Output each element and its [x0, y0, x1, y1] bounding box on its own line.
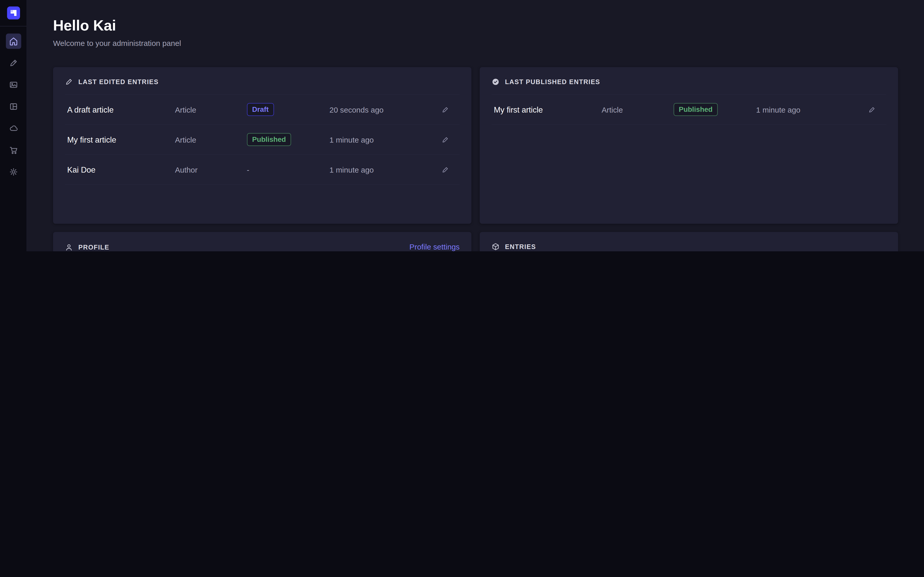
content-manager-icon — [8, 58, 18, 68]
entries-title: ENTRIES — [505, 243, 536, 250]
entry-time: 1 minute ago — [330, 165, 437, 174]
edit-pencil-icon — [442, 166, 449, 173]
entry-time: 1 minute ago — [330, 135, 437, 144]
last-published-header: LAST PUBLISHED ENTRIES — [491, 78, 886, 86]
sidebar-item-media-library[interactable] — [6, 77, 21, 93]
sidebar-item-content-manager[interactable] — [6, 55, 21, 71]
sidebar-item-cloud[interactable] — [6, 121, 21, 136]
last-edited-header: LAST EDITED ENTRIES — [65, 78, 460, 86]
entry-row[interactable]: A draft article Article Draft 20 seconds… — [65, 95, 460, 125]
home-icon — [8, 36, 18, 46]
status-badge: Published — [674, 103, 718, 116]
strapi-logo-icon — [10, 10, 17, 17]
last-edited-entries-card: LAST EDITED ENTRIES A draft article Arti… — [53, 67, 472, 224]
edit-entry-button[interactable] — [864, 101, 880, 118]
content-type-builder-icon — [8, 102, 18, 111]
entry-name: A draft article — [67, 105, 175, 114]
last-published-entries-card: LAST PUBLISHED ENTRIES My first article … — [480, 67, 898, 224]
strapi-logo[interactable] — [6, 6, 20, 19]
media-library-icon — [8, 80, 18, 90]
edit-entry-button[interactable] — [437, 101, 454, 118]
edit-entry-button[interactable] — [437, 131, 454, 148]
person-icon — [65, 243, 73, 251]
entry-row[interactable]: My first article Article Published 1 min… — [65, 125, 460, 155]
sidebar-item-content-type-builder[interactable] — [6, 99, 21, 114]
status-badge: Published — [247, 133, 291, 146]
main-content: Hello Kai Welcome to your administration… — [27, 0, 924, 251]
edit-pencil-icon — [442, 135, 449, 143]
entry-type: Article — [602, 105, 674, 114]
profile-card: PROFILE Profile settings KD Kai Doe kai.… — [53, 232, 472, 251]
entry-time: 20 seconds ago — [330, 105, 437, 114]
status-badge: Draft — [247, 103, 274, 116]
entry-name: My first article — [67, 135, 175, 144]
marketplace-cart-icon — [8, 145, 18, 155]
last-published-rows: My first article Article Published 1 min… — [491, 94, 886, 125]
profile-header: PROFILE Profile settings — [65, 243, 460, 251]
entry-type: Author — [175, 165, 247, 174]
page-subtitle: Welcome to your administration panel — [53, 39, 898, 48]
entries-body: 3 entries Draft Published — [491, 251, 886, 251]
check-circle-icon — [491, 78, 500, 86]
status-none: - — [247, 165, 330, 174]
entry-name: My first article — [494, 105, 602, 114]
entry-type: Article — [175, 135, 247, 144]
profile-settings-link[interactable]: Profile settings — [409, 243, 460, 251]
main-sidebar: KD — [0, 0, 27, 251]
sidebar-item-home[interactable] — [6, 34, 21, 49]
sidebar-item-settings[interactable] — [6, 164, 21, 180]
entries-card: ENTRIES 3 entries — [480, 232, 898, 251]
edit-pencil-icon — [442, 106, 449, 113]
profile-title: PROFILE — [78, 243, 109, 251]
entry-time: 1 minute ago — [756, 105, 864, 114]
sidebar-divider — [0, 26, 26, 26]
last-edited-rows: A draft article Article Draft 20 seconds… — [65, 94, 460, 185]
cube-icon — [491, 243, 500, 251]
pencil-icon — [65, 78, 73, 86]
edit-pencil-icon — [868, 106, 876, 113]
cloud-icon — [8, 124, 18, 133]
last-published-title: LAST PUBLISHED ENTRIES — [505, 78, 600, 85]
last-edited-title: LAST EDITED ENTRIES — [78, 78, 158, 85]
entry-row[interactable]: Kai Doe Author - 1 minute ago — [65, 155, 460, 185]
settings-gear-icon — [8, 167, 18, 177]
sidebar-nav — [6, 34, 21, 179]
entries-header: ENTRIES — [491, 243, 886, 251]
entry-row[interactable]: My first article Article Published 1 min… — [491, 95, 886, 125]
dashboard-grid: LAST EDITED ENTRIES A draft article Arti… — [53, 67, 898, 251]
strapi-admin-dashboard: KD Hello Kai Welcome to your administrat… — [0, 0, 924, 251]
entry-type: Article — [175, 105, 247, 114]
page-title: Hello Kai — [53, 16, 898, 34]
entry-name: Kai Doe — [67, 165, 175, 174]
sidebar-item-marketplace[interactable] — [6, 143, 21, 158]
edit-entry-button[interactable] — [437, 161, 454, 178]
